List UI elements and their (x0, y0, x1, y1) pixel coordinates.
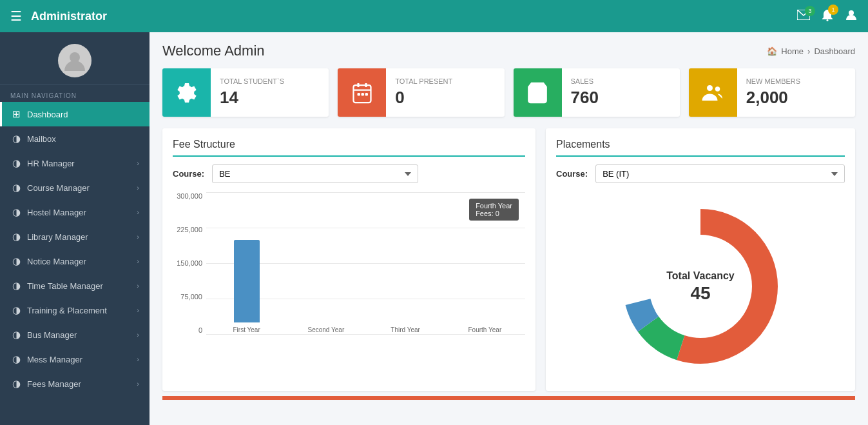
sidebar-item-label: Mess Manager (27, 355, 82, 364)
sidebar-icon-hr-manager: ◑ (12, 157, 21, 169)
svg-point-12 (707, 85, 713, 91)
app-brand: Administrator (31, 10, 107, 23)
bell-badge: 1 (828, 5, 838, 15)
stat-card-total-present: TOTAL PRESENT 0 (338, 68, 504, 117)
panels-row: Fee Structure Course: BEBE (IT)MEMCAMBA … (162, 128, 855, 391)
svg-rect-9 (361, 93, 364, 96)
sidebar-item-training-placement[interactable]: ◑ Training & Placement › (0, 298, 149, 322)
sidebar-item-course-manager[interactable]: ◑ Course Manager › (0, 175, 149, 200)
breadcrumb: 🏠 Home › Dashboard (767, 46, 855, 56)
sidebar-item-left: ⊞ Dashboard (12, 108, 68, 120)
placement-course-select[interactable]: BE (IT)BEMEMCA (595, 164, 845, 183)
sidebar-item-library-manager[interactable]: ◑ Library Manager › (0, 224, 149, 249)
sidebar-icon-dashboard: ⊞ (12, 108, 21, 120)
sidebar-item-label: Course Manager (27, 183, 90, 193)
fee-course-row: Course: BEBE (IT)MEMCAMBA (173, 164, 525, 183)
sidebar-item-bus-manager[interactable]: ◑ Bus Manager › (0, 322, 149, 347)
hamburger-icon[interactable]: ☰ (10, 8, 22, 24)
sidebar-item-hr-manager[interactable]: ◑ HR Manager › (0, 151, 149, 175)
chart-bars: First Year Second Year Third Year Fourth… (206, 192, 525, 334)
page-title: Welcome Admin (162, 43, 265, 59)
stat-value: 2,000 (746, 88, 800, 108)
bar-group: Second Year (292, 192, 360, 334)
svg-rect-8 (357, 93, 360, 96)
sidebar-item-left: ◑ Notice Manager (12, 255, 86, 267)
stat-info: SALES 760 (562, 71, 608, 114)
sidebar-item-left: ◑ Hostel Manager (12, 206, 86, 218)
sidebar-item-left: ◑ Mailbox (12, 133, 56, 144)
content-area: Welcome Admin 🏠 Home › Dashboard TOTAL S… (149, 32, 868, 425)
y-label: 300,000 (177, 192, 202, 200)
chevron-icon: › (137, 331, 139, 339)
sidebar-icon-library-manager: ◑ (12, 231, 21, 242)
sidebar-icon-course-manager: ◑ (12, 182, 21, 193)
stat-card-new-members: NEW MEMBERS 2,000 (689, 68, 855, 117)
bar-label: Third Year (391, 326, 420, 334)
y-label: 225,000 (177, 226, 202, 233)
fee-course-select[interactable]: BEBE (IT)MEMCAMBA (212, 164, 418, 183)
sidebar-item-fees-manager[interactable]: ◑ Fees Manager › (0, 371, 149, 396)
stat-info: TOTAL STUDENT`S 14 (211, 71, 293, 114)
sidebar: MAIN NAVIGATION ⊞ Dashboard ◑ Mailbox ◑ (0, 32, 149, 425)
sidebar-item-hostel-manager[interactable]: ◑ Hostel Manager › (0, 200, 149, 224)
user-nav-icon[interactable] (845, 8, 858, 25)
sidebar-item-label: Mailbox (27, 134, 56, 144)
stat-icon-box (162, 68, 211, 117)
donut-center: Total Vacancy 45 (666, 270, 735, 304)
y-label: 75,000 (180, 293, 202, 301)
sidebar-icon-bus-manager: ◑ (12, 329, 21, 341)
sidebar-item-notice-manager[interactable]: ◑ Notice Manager › (0, 249, 149, 273)
sidebar-section-label: MAIN NAVIGATION (0, 84, 149, 102)
sidebar-item-left: ◑ Library Manager (12, 231, 88, 242)
stat-icon-box (689, 68, 737, 117)
sidebar-item-label: Library Manager (27, 232, 88, 242)
mail-nav-icon[interactable]: 3 (797, 10, 810, 23)
sidebar-item-mess-manager[interactable]: ◑ Mess Manager › (0, 347, 149, 371)
navbar-icons: 3 1 (797, 8, 858, 25)
sidebar-icon-hostel-manager: ◑ (12, 206, 21, 218)
stats-row: TOTAL STUDENT`S 14 TOTAL PRESENT 0 SALES… (162, 68, 855, 117)
donut-chart: Total Vacancy 45 (617, 203, 784, 370)
chevron-icon: › (137, 282, 139, 290)
sidebar-icon-timetable-manager: ◑ (12, 280, 21, 292)
sidebar-user (0, 32, 149, 84)
donut-center-label: Total Vacancy (666, 270, 735, 283)
breadcrumb-current: Dashboard (814, 46, 855, 56)
sidebar-item-label: Training & Placement (27, 306, 107, 315)
bell-nav-icon[interactable]: 1 (822, 8, 833, 25)
placement-course-row: Course: BE (IT)BEMEMCA (556, 164, 845, 183)
sidebar-item-label: Notice Manager (27, 257, 86, 266)
fee-structure-title: Fee Structure (173, 139, 525, 157)
stat-card-total-students: TOTAL STUDENT`S 14 (162, 68, 329, 117)
sidebar-item-left: ◑ Mess Manager (12, 353, 82, 365)
bottom-bar (162, 396, 855, 400)
chevron-icon: › (137, 257, 139, 265)
donut-center-value: 45 (666, 282, 735, 303)
sidebar-icon-training-placement: ◑ (12, 304, 21, 316)
sidebar-item-dashboard[interactable]: ⊞ Dashboard (0, 102, 149, 126)
stat-label: TOTAL PRESENT (395, 77, 452, 85)
placements-panel: Placements Course: BE (IT)BEMEMCA (546, 128, 855, 391)
chevron-icon: › (137, 380, 139, 388)
stat-value: 760 (571, 88, 599, 108)
svg-point-13 (715, 86, 720, 92)
stat-icon-box (514, 68, 562, 117)
stat-value: 14 (220, 88, 284, 108)
sidebar-item-left: ◑ Training & Placement (12, 304, 107, 316)
bar-label: Second Year (308, 326, 345, 334)
placements-title: Placements (556, 139, 845, 157)
stat-value: 0 (395, 88, 452, 108)
sidebar-icon-notice-manager: ◑ (12, 255, 21, 267)
donut-wrapper: Total Vacancy 45 (556, 192, 845, 381)
sidebar-item-label: Hostel Manager (27, 208, 86, 217)
sidebar-icon-mailbox: ◑ (12, 133, 21, 144)
chart-bar[interactable] (234, 240, 260, 322)
sidebar-item-left: ◑ Course Manager (12, 182, 90, 193)
mail-badge: 3 (805, 6, 815, 16)
sidebar-item-mailbox[interactable]: ◑ Mailbox (0, 126, 149, 151)
breadcrumb-home: Home (781, 46, 804, 56)
chart-inner: First Year Second Year Third Year Fourth… (206, 192, 525, 334)
navbar: ☰ Administrator 3 1 (0, 0, 868, 32)
sidebar-item-timetable-manager[interactable]: ◑ Time Table Manager › (0, 273, 149, 298)
home-icon: 🏠 (767, 46, 777, 56)
